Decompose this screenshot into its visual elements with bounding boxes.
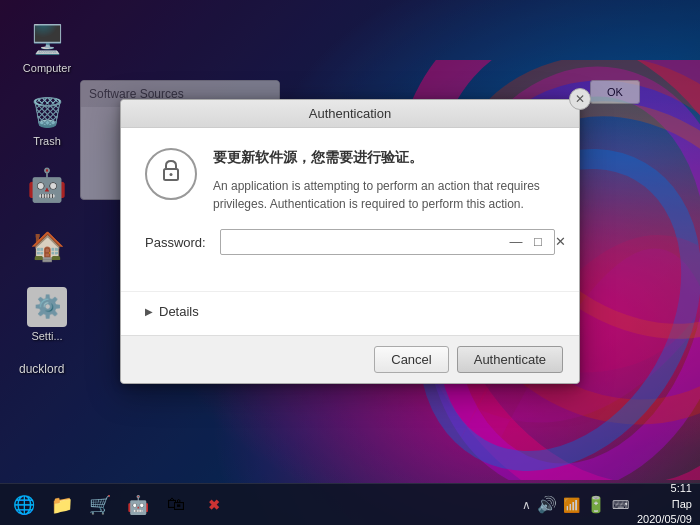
window-controls: — □ ✕ — [507, 233, 569, 251]
taskbar-right: ∧ 🔊 📶 🔋 ⌨ 5:11 Пар 2020/05/09 — [522, 481, 692, 525]
clock-time: 5:11 — [637, 481, 692, 496]
details-label: Details — [159, 304, 199, 319]
system-tray: ∧ 🔊 📶 🔋 ⌨ — [522, 495, 629, 514]
svg-point-6 — [170, 173, 173, 176]
minimize-button[interactable]: — — [507, 233, 525, 251]
details-toggle[interactable]: ▶ Details — [145, 304, 555, 319]
dialog-text-area: 要更新软件源，您需要进行验证。 An application is attemp… — [213, 148, 555, 214]
lock-icon-container — [145, 148, 197, 200]
taskbar: 🌐 📁 🛒 🤖 🛍 ✖ ∧ 🔊 📶 🔋 ⌨ 5:11 Пар 2020/05/0… — [0, 483, 700, 525]
password-input[interactable] — [220, 229, 555, 255]
dialog-titlebar: Authentication — □ ✕ — [121, 100, 579, 128]
taskbar-folder-icon[interactable]: 📁 — [46, 489, 78, 521]
taskbar-store-icon[interactable]: 🛒 — [84, 489, 116, 521]
tray-battery-icon[interactable]: 🔋 — [586, 495, 606, 514]
dialog-content: 要更新软件源，您需要进行验证。 An application is attemp… — [121, 128, 579, 292]
taskbar-globe-icon[interactable]: 🌐 — [8, 489, 40, 521]
dialog-header: 要更新软件源，您需要进行验证。 An application is attemp… — [145, 148, 555, 214]
close-button[interactable]: ✕ — [551, 233, 569, 251]
dialog-overlay: ✕ Authentication — □ ✕ — [0, 0, 700, 525]
desktop: 🖥️ Computer 🗑️ Trash 🤖 🏠 ⚙️ Setti... duc… — [0, 0, 700, 525]
details-arrow-icon: ▶ — [145, 306, 153, 317]
tray-keyboard-icon[interactable]: ⌨ — [612, 498, 629, 512]
details-section: ▶ Details — [121, 291, 579, 335]
dialog-main-text: 要更新软件源，您需要进行验证。 — [213, 148, 555, 168]
tray-network-icon[interactable]: 📶 — [563, 497, 580, 513]
password-label: Password: — [145, 235, 210, 250]
dialog-footer: Cancel Authenticate — [121, 335, 579, 383]
dialog-sub-text: An application is attempting to perform … — [213, 177, 555, 213]
taskbar-x-icon[interactable]: ✖ — [198, 489, 230, 521]
auth-dialog: ✕ Authentication — □ ✕ — [120, 99, 580, 385]
side-close-button[interactable]: ✕ — [569, 88, 591, 110]
clock-date: 2020/05/09 — [637, 512, 692, 525]
maximize-button[interactable]: □ — [529, 233, 547, 251]
clock: 5:11 Пар 2020/05/09 — [637, 481, 692, 525]
tray-volume-icon[interactable]: 🔊 — [537, 495, 557, 514]
clock-day: Пар — [637, 497, 692, 512]
taskbar-bag-icon[interactable]: 🛍 — [160, 489, 192, 521]
lock-icon — [157, 156, 185, 191]
taskbar-left: 🌐 📁 🛒 🤖 🛍 ✖ — [8, 489, 522, 521]
tray-chevron-icon[interactable]: ∧ — [522, 498, 531, 512]
cancel-button[interactable]: Cancel — [374, 346, 448, 373]
taskbar-app1-icon[interactable]: 🤖 — [122, 489, 154, 521]
dialog-title: Authentication — [131, 106, 569, 121]
authenticate-button[interactable]: Authenticate — [457, 346, 563, 373]
password-row: Password: — [145, 229, 555, 255]
